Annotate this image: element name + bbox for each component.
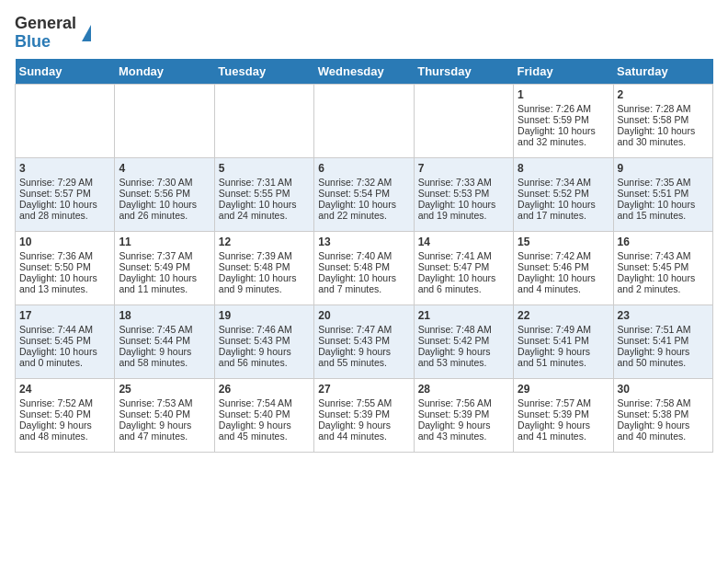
day-header-saturday: Saturday xyxy=(613,59,712,85)
calendar-cell: 24Sunrise: 7:52 AM Sunset: 5:40 PM Dayli… xyxy=(16,378,115,452)
calendar-cell: 19Sunrise: 7:46 AM Sunset: 5:43 PM Dayli… xyxy=(214,304,313,378)
day-info: Sunrise: 7:33 AM Sunset: 5:53 PM Dayligh… xyxy=(418,177,496,221)
calendar-cell: 21Sunrise: 7:48 AM Sunset: 5:42 PM Dayli… xyxy=(414,304,513,378)
day-info: Sunrise: 7:43 AM Sunset: 5:45 PM Dayligh… xyxy=(618,250,696,294)
day-info: Sunrise: 7:36 AM Sunset: 5:50 PM Dayligh… xyxy=(19,250,97,294)
day-number: 1 xyxy=(518,88,609,101)
calendar-cell: 18Sunrise: 7:45 AM Sunset: 5:44 PM Dayli… xyxy=(115,304,214,378)
day-info: Sunrise: 7:31 AM Sunset: 5:55 PM Dayligh… xyxy=(219,177,297,221)
day-info: Sunrise: 7:32 AM Sunset: 5:54 PM Dayligh… xyxy=(318,177,396,221)
day-header-wednesday: Wednesday xyxy=(314,59,414,85)
calendar-cell: 20Sunrise: 7:47 AM Sunset: 5:43 PM Dayli… xyxy=(314,304,414,378)
day-number: 18 xyxy=(119,309,210,322)
day-info: Sunrise: 7:26 AM Sunset: 5:59 PM Dayligh… xyxy=(518,103,596,147)
day-info: Sunrise: 7:30 AM Sunset: 5:56 PM Dayligh… xyxy=(119,177,197,221)
calendar-table: SundayMondayTuesdayWednesdayThursdayFrid… xyxy=(15,59,713,453)
calendar-cell: 26Sunrise: 7:54 AM Sunset: 5:40 PM Dayli… xyxy=(214,378,313,452)
day-info: Sunrise: 7:51 AM Sunset: 5:41 PM Dayligh… xyxy=(618,324,691,368)
day-number: 26 xyxy=(219,383,310,396)
logo: General Blue xyxy=(15,15,91,52)
logo-line2: Blue xyxy=(15,33,76,52)
day-number: 23 xyxy=(618,309,709,322)
logo-line1: General xyxy=(15,15,76,33)
calendar-cell: 22Sunrise: 7:49 AM Sunset: 5:41 PM Dayli… xyxy=(514,304,613,378)
calendar-cell: 7Sunrise: 7:33 AM Sunset: 5:53 PM Daylig… xyxy=(414,157,513,231)
day-info: Sunrise: 7:28 AM Sunset: 5:58 PM Dayligh… xyxy=(618,103,696,147)
calendar-cell: 25Sunrise: 7:53 AM Sunset: 5:40 PM Dayli… xyxy=(115,378,214,452)
day-number: 4 xyxy=(119,162,210,175)
day-info: Sunrise: 7:42 AM Sunset: 5:46 PM Dayligh… xyxy=(518,250,596,294)
calendar-cell: 29Sunrise: 7:57 AM Sunset: 5:39 PM Dayli… xyxy=(514,378,613,452)
day-number: 17 xyxy=(19,309,110,322)
day-number: 12 xyxy=(219,236,310,248)
calendar-cell: 6Sunrise: 7:32 AM Sunset: 5:54 PM Daylig… xyxy=(314,157,414,231)
day-number: 21 xyxy=(418,309,509,322)
calendar-cell: 27Sunrise: 7:55 AM Sunset: 5:39 PM Dayli… xyxy=(314,378,414,452)
day-number: 16 xyxy=(618,236,709,248)
calendar-cell: 23Sunrise: 7:51 AM Sunset: 5:41 PM Dayli… xyxy=(613,304,712,378)
day-info: Sunrise: 7:53 AM Sunset: 5:40 PM Dayligh… xyxy=(119,397,192,442)
day-number: 29 xyxy=(518,383,609,396)
day-info: Sunrise: 7:45 AM Sunset: 5:44 PM Dayligh… xyxy=(119,324,192,368)
day-info: Sunrise: 7:54 AM Sunset: 5:40 PM Dayligh… xyxy=(219,397,292,442)
calendar-cell: 30Sunrise: 7:58 AM Sunset: 5:38 PM Dayli… xyxy=(613,378,712,452)
day-info: Sunrise: 7:29 AM Sunset: 5:57 PM Dayligh… xyxy=(19,177,97,221)
day-number: 9 xyxy=(618,162,709,175)
week-row: 10Sunrise: 7:36 AM Sunset: 5:50 PM Dayli… xyxy=(16,231,713,304)
day-header-monday: Monday xyxy=(115,59,214,85)
day-info: Sunrise: 7:49 AM Sunset: 5:41 PM Dayligh… xyxy=(518,324,591,368)
calendar-cell xyxy=(214,84,313,157)
logo-text: General Blue xyxy=(15,15,76,52)
day-info: Sunrise: 7:58 AM Sunset: 5:38 PM Dayligh… xyxy=(618,397,691,442)
day-number: 24 xyxy=(19,383,110,396)
day-header-sunday: Sunday xyxy=(16,59,115,85)
logo-triangle-icon xyxy=(82,25,91,41)
calendar-cell: 15Sunrise: 7:42 AM Sunset: 5:46 PM Dayli… xyxy=(514,231,613,304)
day-number: 30 xyxy=(618,383,709,396)
calendar-cell: 8Sunrise: 7:34 AM Sunset: 5:52 PM Daylig… xyxy=(514,157,613,231)
day-number: 14 xyxy=(418,236,509,248)
day-number: 22 xyxy=(518,309,609,322)
calendar-cell: 5Sunrise: 7:31 AM Sunset: 5:55 PM Daylig… xyxy=(214,157,313,231)
calendar-cell: 12Sunrise: 7:39 AM Sunset: 5:48 PM Dayli… xyxy=(214,231,313,304)
day-info: Sunrise: 7:40 AM Sunset: 5:48 PM Dayligh… xyxy=(318,250,396,294)
calendar-cell xyxy=(115,84,214,157)
day-info: Sunrise: 7:41 AM Sunset: 5:47 PM Dayligh… xyxy=(418,250,496,294)
day-info: Sunrise: 7:34 AM Sunset: 5:52 PM Dayligh… xyxy=(518,177,596,221)
week-row: 3Sunrise: 7:29 AM Sunset: 5:57 PM Daylig… xyxy=(16,157,713,231)
day-header-thursday: Thursday xyxy=(414,59,513,85)
day-info: Sunrise: 7:56 AM Sunset: 5:39 PM Dayligh… xyxy=(418,397,492,442)
calendar-cell: 1Sunrise: 7:26 AM Sunset: 5:59 PM Daylig… xyxy=(514,84,613,157)
day-number: 15 xyxy=(518,236,609,248)
day-number: 20 xyxy=(318,309,409,322)
page-header: General Blue xyxy=(15,15,713,52)
day-header-friday: Friday xyxy=(514,59,613,85)
calendar-cell: 16Sunrise: 7:43 AM Sunset: 5:45 PM Dayli… xyxy=(613,231,712,304)
day-info: Sunrise: 7:39 AM Sunset: 5:48 PM Dayligh… xyxy=(219,250,297,294)
day-number: 7 xyxy=(418,162,509,175)
day-header-tuesday: Tuesday xyxy=(214,59,313,85)
week-row: 17Sunrise: 7:44 AM Sunset: 5:45 PM Dayli… xyxy=(16,304,713,378)
day-number: 13 xyxy=(318,236,409,248)
calendar-cell xyxy=(414,84,513,157)
calendar-cell xyxy=(16,84,115,157)
day-number: 2 xyxy=(618,88,709,101)
calendar-cell: 4Sunrise: 7:30 AM Sunset: 5:56 PM Daylig… xyxy=(115,157,214,231)
day-number: 19 xyxy=(219,309,310,322)
day-number: 6 xyxy=(318,162,409,175)
day-info: Sunrise: 7:35 AM Sunset: 5:51 PM Dayligh… xyxy=(618,177,696,221)
calendar-cell: 13Sunrise: 7:40 AM Sunset: 5:48 PM Dayli… xyxy=(314,231,414,304)
day-number: 11 xyxy=(119,236,210,248)
day-info: Sunrise: 7:37 AM Sunset: 5:49 PM Dayligh… xyxy=(119,250,197,294)
calendar-cell: 2Sunrise: 7:28 AM Sunset: 5:58 PM Daylig… xyxy=(613,84,712,157)
week-row: 1Sunrise: 7:26 AM Sunset: 5:59 PM Daylig… xyxy=(16,84,713,157)
day-info: Sunrise: 7:47 AM Sunset: 5:43 PM Dayligh… xyxy=(318,324,392,368)
header-row: SundayMondayTuesdayWednesdayThursdayFrid… xyxy=(16,59,713,85)
calendar-cell: 9Sunrise: 7:35 AM Sunset: 5:51 PM Daylig… xyxy=(613,157,712,231)
day-number: 3 xyxy=(19,162,110,175)
calendar-cell: 28Sunrise: 7:56 AM Sunset: 5:39 PM Dayli… xyxy=(414,378,513,452)
day-info: Sunrise: 7:57 AM Sunset: 5:39 PM Dayligh… xyxy=(518,397,591,442)
day-info: Sunrise: 7:48 AM Sunset: 5:42 PM Dayligh… xyxy=(418,324,492,368)
day-info: Sunrise: 7:52 AM Sunset: 5:40 PM Dayligh… xyxy=(19,397,93,442)
day-info: Sunrise: 7:44 AM Sunset: 5:45 PM Dayligh… xyxy=(19,324,97,368)
